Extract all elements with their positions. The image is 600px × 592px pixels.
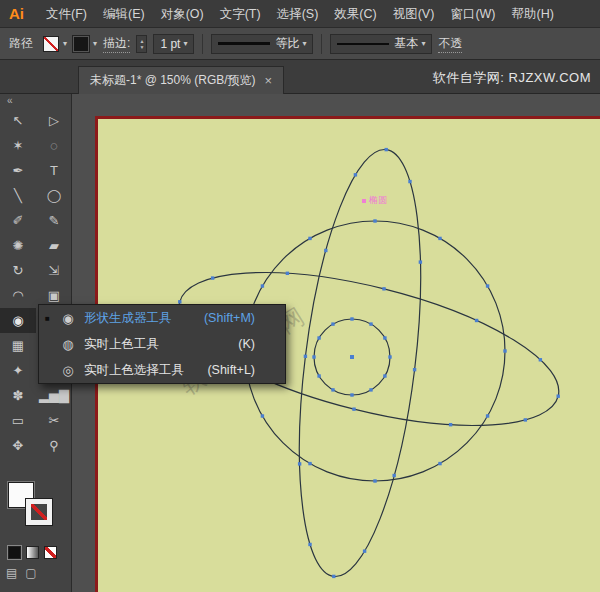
tab-bar: 未标题-1* @ 150% (RGB/预览) × 软件自学网: RJZXW.CO… [0, 60, 600, 94]
mesh-tool[interactable]: ▦ [0, 333, 36, 358]
tab-close-icon[interactable]: × [265, 73, 273, 88]
menu-item-4[interactable]: 文字(T) [212, 7, 269, 21]
stepper-down-icon[interactable]: ▼ [137, 44, 146, 50]
color-button[interactable] [8, 546, 21, 559]
control-separator [321, 34, 322, 54]
stroke-panel-link[interactable]: 描边: [103, 35, 130, 53]
stroke-profile-value: 等比 [275, 35, 299, 52]
tool-label: 实时上色工具 [84, 336, 159, 353]
gradient-button[interactable] [26, 546, 39, 559]
brush-definition-value: 基本 [394, 35, 418, 52]
illustrator-window: Ai 文件(F)编辑(E)对象(O)文字(T)选择(S)效果(C)视图(V)窗口… [0, 0, 600, 592]
smart-guide-hint-label: 椭圆 [369, 194, 387, 207]
tool-label: 形状生成器工具 [84, 310, 172, 327]
selection-type-label: 路径 [9, 35, 33, 52]
stroke-width-value: 1 pt [160, 37, 180, 51]
pen-tool[interactable]: ✒ [0, 158, 36, 183]
paintbrush-tool[interactable]: ✐ [0, 208, 36, 233]
menu-bar: Ai 文件(F)编辑(E)对象(O)文字(T)选择(S)效果(C)视图(V)窗口… [0, 0, 600, 28]
none-button[interactable] [44, 546, 57, 559]
stroke-color-swatch[interactable] [73, 36, 89, 52]
fill-color-swatch[interactable] [43, 36, 59, 52]
brush-dropdown-arrow[interactable]: ▾ [421, 39, 425, 48]
pencil-tool[interactable]: ✎ [36, 208, 72, 233]
menu-item-2[interactable]: 编辑(E) [95, 7, 153, 21]
control-separator [202, 34, 203, 54]
stroke-profile-dropdown-arrow[interactable]: ▾ [302, 39, 306, 48]
direct-selection-tool[interactable]: ▷ [36, 108, 72, 133]
menu-item-7[interactable]: 视图(V) [385, 7, 443, 21]
stroke-width-select[interactable]: 1 pt ▾ [153, 34, 194, 54]
live-paint-bucket-tool-icon: ◍ [59, 337, 77, 352]
opacity-label[interactable]: 不透 [438, 35, 462, 53]
stroke-swatch-large[interactable] [26, 499, 52, 525]
tool-label: 实时上色选择工具 [84, 362, 184, 379]
color-mode-buttons [8, 546, 57, 559]
app-logo[interactable]: Ai [0, 5, 38, 22]
menu-item-3[interactable]: 对象(O) [153, 7, 212, 21]
lasso-tool[interactable]: ◌ [36, 133, 72, 158]
screen-mode-buttons: ▤▢ [6, 566, 37, 580]
live-paint-selection-tool-icon: ◎ [59, 363, 77, 378]
menu-item-6[interactable]: 效果(C) [326, 7, 384, 21]
control-bar: 路径 ▾ ▾ 描边: ▲ ▼ 1 pt ▾ 等比 ▾ 基本 ▾ 不透 [0, 28, 600, 60]
menu-item-8[interactable]: 窗口(W) [442, 7, 503, 21]
shape-builder-tool-icon: ◉ [59, 311, 77, 326]
document-tab[interactable]: 未标题-1* @ 150% (RGB/预览) × [78, 66, 284, 94]
zoom-tool[interactable]: ⚲ [36, 433, 72, 458]
tool-shortcut: (Shift+M) [204, 311, 277, 325]
site-watermark-label: 软件自学网: RJZXW.COM [433, 69, 591, 87]
selection-tool[interactable]: ↖ [0, 108, 36, 133]
rotate-tool[interactable]: ↻ [0, 258, 36, 283]
menu-item-5[interactable]: 选择(S) [269, 7, 327, 21]
fill-dropdown-arrow[interactable]: ▾ [63, 39, 67, 48]
document-tab-title: 未标题-1* @ 150% (RGB/预览) [90, 72, 256, 89]
magic-wand-tool[interactable]: ✶ [0, 133, 36, 158]
stroke-width-stepper[interactable]: ▲ ▼ [136, 35, 147, 53]
stroke-profile-select[interactable]: 等比 ▾ [211, 34, 313, 54]
drawing-mode-button[interactable]: ▤ [6, 566, 17, 580]
live-paint-bucket-tool-item[interactable]: ◍实时上色工具(K) [39, 331, 285, 357]
tool-shortcut: (Shift+L) [207, 363, 277, 377]
screen-mode-button[interactable]: ▢ [25, 566, 36, 580]
eraser-tool[interactable]: ▰ [36, 233, 72, 258]
menu-items: 文件(F)编辑(E)对象(O)文字(T)选择(S)效果(C)视图(V)窗口(W)… [38, 0, 562, 28]
artboard-tool[interactable]: ▭ [0, 408, 36, 433]
hand-tool[interactable]: ✥ [0, 433, 36, 458]
current-tool-marker: ■ [43, 314, 52, 323]
shape-builder-tool-item[interactable]: ■◉形状生成器工具(Shift+M) [39, 305, 285, 331]
tool-grid: ↖▷✶◌✒T╲◯✐✎✺▰↻⇲◠▣◉⊞▦▧✦❖✽▂▅▇▭✂✥⚲ [0, 108, 71, 458]
stroke-dropdown-arrow[interactable]: ▾ [93, 39, 97, 48]
menu-item-9[interactable]: 帮助(H) [504, 7, 562, 21]
menu-item-1[interactable]: 文件(F) [38, 7, 95, 21]
smart-guide-hint: 椭圆 [362, 194, 387, 207]
stroke-profile-preview [218, 42, 270, 45]
tool-shortcut: (K) [238, 337, 277, 351]
type-tool[interactable]: T [36, 158, 72, 183]
stroke-width-dropdown-arrow[interactable]: ▾ [183, 39, 187, 48]
scale-tool[interactable]: ⇲ [36, 258, 72, 283]
symbol-sprayer-tool[interactable]: ✽ [0, 383, 36, 408]
fill-stroke-indicator [0, 480, 72, 540]
eyedropper-tool[interactable]: ✦ [0, 358, 36, 383]
width-tool[interactable]: ◠ [0, 283, 36, 308]
blob-brush-tool[interactable]: ✺ [0, 233, 36, 258]
line-segment-tool[interactable]: ╲ [0, 183, 36, 208]
shape-builder-tool[interactable]: ◉ [0, 308, 36, 333]
slice-tool[interactable]: ✂ [36, 408, 72, 433]
live-paint-selection-tool-item[interactable]: ◎实时上色选择工具(Shift+L) [39, 357, 285, 383]
ellipse-tool[interactable]: ◯ [36, 183, 72, 208]
highlight-anchor-marker [362, 199, 366, 203]
tool-flyout-menu: ■◉形状生成器工具(Shift+M)◍实时上色工具(K)◎实时上色选择工具(Sh… [38, 304, 286, 384]
column-graph-tool[interactable]: ▂▅▇ [36, 383, 72, 408]
brush-preview [337, 43, 389, 45]
brush-definition-select[interactable]: 基本 ▾ [330, 34, 432, 54]
toolbar-collapse-icon[interactable]: « [0, 94, 71, 108]
